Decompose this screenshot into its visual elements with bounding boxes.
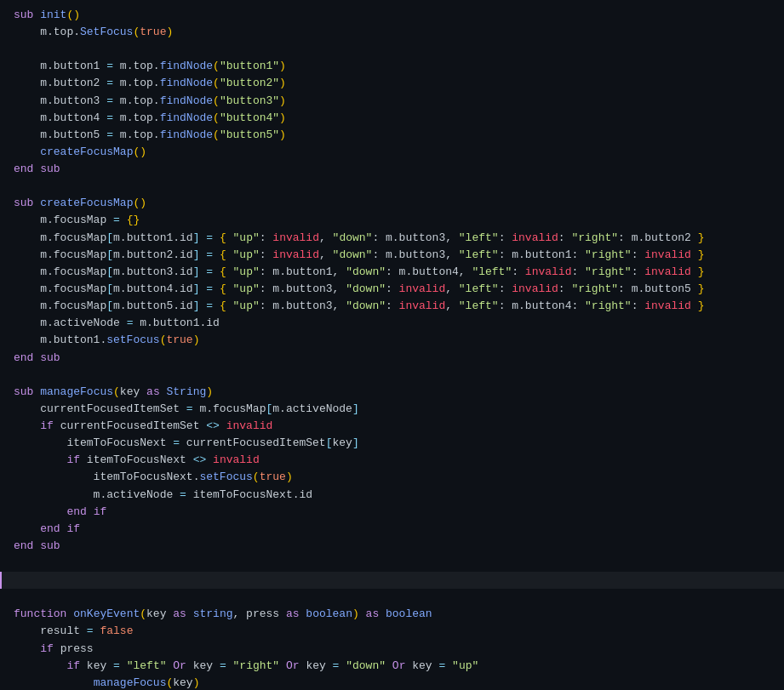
code-line-39: if key = "left" Or key = "right" Or key … [0,658,784,675]
code-line-20: m.button1.setFocus(true) [0,332,784,349]
code-line-10: end sub [0,161,784,178]
code-line-12: sub createFocusMap() [0,195,784,212]
code-line-15: m.focusMap[m.button2.id] = { "up": inval… [0,247,784,264]
code-line-7: m.button4 = m.top.findNode("button4") [0,110,784,127]
code-line-16: m.focusMap[m.button3.id] = { "up": m.but… [0,264,784,281]
code-line-2: m.top.SetFocus(true) [0,24,784,41]
code-line-3 [0,41,784,58]
code-line-33 [0,555,784,572]
code-line-23: sub manageFocus(key as String) [0,384,784,401]
code-line-38: if press [0,641,784,658]
code-line-29: m.activeNode = itemToFocusNext.id [0,487,784,504]
code-line-40: manageFocus(key) [0,675,784,690]
code-line-19: m.activeNode = m.button1.id [0,315,784,332]
code-line-13: m.focusMap = {} [0,212,784,229]
code-line-4: m.button1 = m.top.findNode("button1") [0,58,784,75]
code-line-25: if currentFocusedItemSet <> invalid [0,418,784,435]
code-line-18: m.focusMap[m.button5.id] = { "up": m.but… [0,298,784,315]
code-line-5: m.button2 = m.top.findNode("button2") [0,75,784,92]
code-line-24: currentFocusedItemSet = m.focusMap[m.act… [0,401,784,418]
code-line-34 [0,572,784,589]
code-line-22 [0,367,784,384]
code-line-8: m.button5 = m.top.findNode("button5") [0,127,784,144]
code-line-31: end if [0,521,784,538]
code-line-27: if itemToFocusNext <> invalid [0,452,784,469]
code-line-28: itemToFocusNext.setFocus(true) [0,469,784,486]
code-line-6: m.button3 = m.top.findNode("button3") [0,93,784,110]
code-line-26: itemToFocusNext = currentFocusedItemSet[… [0,435,784,452]
code-line-35 [0,589,784,606]
code-line-9: createFocusMap() [0,144,784,161]
code-line-21: end sub [0,350,784,367]
code-line-30: end if [0,504,784,521]
code-line-1: sub init() [0,7,784,24]
code-line-32: end sub [0,538,784,555]
code-line-11 [0,178,784,195]
code-line-17: m.focusMap[m.button4.id] = { "up": m.but… [0,281,784,298]
code-line-14: m.focusMap[m.button1.id] = { "up": inval… [0,230,784,247]
code-editor[interactable]: sub init() m.top.SetFocus(true) m.button… [0,0,784,690]
code-line-37: result = false [0,623,784,640]
code-line-36: function onKeyEvent(key as string, press… [0,606,784,623]
